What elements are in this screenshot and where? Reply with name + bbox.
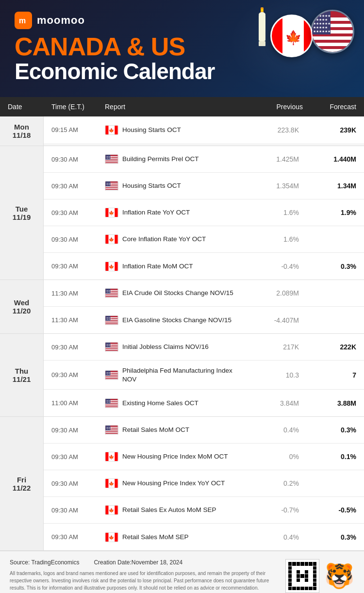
event-forecast: 7 [303, 371, 356, 379]
report-text: Housing Starts OCT [122, 126, 181, 134]
svg-rect-98 [105, 403, 117, 404]
candle-decoration [250, 7, 274, 51]
svg-rect-49 [115, 208, 117, 217]
svg-text:★★★: ★★★ [106, 428, 112, 430]
report-text: Philadelphia Fed Manufacturing Index NOV [122, 366, 246, 383]
svg-rect-113 [105, 452, 108, 461]
event-report: 🍁 Retail Sales MoM SEP [105, 532, 249, 542]
table-body: Mon 11/18 09:15 AM 🍁 Housing Starts OCT … [0, 116, 364, 551]
day-name: Tue [16, 205, 28, 213]
svg-text:★★★: ★★★ [106, 157, 112, 159]
event-previous: 0% [249, 453, 303, 461]
event-forecast: 0.3% [303, 426, 356, 434]
event-time: 09:30 AM [51, 236, 105, 243]
report-text: Inflation Rate MoM OCT [122, 262, 193, 271]
event-time: 09:30 AM [51, 156, 105, 163]
svg-rect-47 [105, 208, 108, 217]
event-previous: -0.4% [249, 263, 303, 270]
event-row-4-4: 09:30 AM 🍁 Retail Sales MoM SEP 0.4% 0.3… [44, 524, 364, 550]
event-row-3-1: 09:30 AM ★★★ ★★★ Philadelphia Fed Manufa… [44, 361, 364, 390]
event-row-3-2: 11:00 AM ★★★ ★★★ Existing Home Sales OCT… [44, 390, 364, 416]
col-time: Time (E.T.) [51, 103, 105, 111]
event-report: 🍁 New Housing Price Index MoM OCT [105, 452, 249, 461]
table-header: Date Time (E.T.) Report Previous Forecas… [0, 97, 364, 116]
event-report: ★★★ ★★★ Retail Sales MoM OCT [105, 425, 249, 435]
svg-rect-55 [105, 262, 108, 271]
event-report: ★★★ ★★★ Initial Jobless Claims NOV/16 [105, 342, 249, 352]
svg-rect-82 [105, 351, 117, 351]
day-name: Mon [14, 123, 29, 131]
qr-code [285, 559, 319, 593]
event-forecast: 1.34M [303, 182, 356, 190]
svg-text:🍁: 🍁 [109, 534, 115, 540]
svg-rect-109 [105, 434, 117, 434]
event-report: 🍁 Inflation Rate YoY OCT [105, 208, 249, 217]
event-row-4-0: 09:30 AM ★★★ ★★★ Retail Sales MoM OCT 0.… [44, 417, 364, 444]
event-forecast: 0.3% [303, 263, 356, 270]
svg-text:🍁: 🍁 [109, 454, 115, 460]
day-row-4: Fri 11/22 09:30 AM ★★★ ★★★ Retail Sales … [0, 417, 364, 550]
event-forecast: 0.1% [303, 453, 356, 461]
day-row-1: Tue 11/19 09:30 AM ★★★ ★★★ Building Perm… [0, 146, 364, 280]
svg-text:★★★: ★★★ [106, 401, 112, 403]
col-forecast: Forecast [303, 103, 356, 111]
event-report: ★★★ ★★★ EIA Gasoline Stocks Change NOV/1… [105, 315, 249, 325]
svg-rect-108 [105, 432, 117, 433]
svg-rect-4 [259, 41, 265, 46]
event-time: 09:30 AM [51, 480, 105, 487]
col-report: Report [105, 103, 249, 111]
event-previous: 223.8K [249, 126, 303, 134]
svg-rect-3 [259, 15, 265, 41]
event-previous: -0.7% [249, 506, 303, 514]
day-name: Wed [14, 298, 29, 307]
logo-text: moomoo [37, 14, 85, 27]
svg-rect-51 [105, 235, 108, 244]
us-flag-circle: ★★★★★★ ★★★★★ ★★★★★★ ★★★★★ ★★★★★★ [311, 10, 354, 53]
svg-text:★★★★★★: ★★★★★★ [313, 22, 331, 25]
event-report: 🍁 Inflation Rate MoM OCT [105, 262, 249, 271]
footer-disclaimer: All trademarks, logos and brand names me… [10, 570, 276, 592]
event-row-1-0: 09:30 AM ★★★ ★★★ Building Permits Prel O… [44, 146, 364, 173]
footer-source-row: Source: TradingEconomics Creation Date:N… [10, 559, 276, 566]
event-previous: 1.354M [249, 182, 303, 190]
svg-rect-17 [312, 43, 354, 46]
event-report: ★★★ ★★★ EIA Crude Oil Stocks Change NOV/… [105, 288, 249, 298]
event-report: ★★★ ★★★ Philadelphia Fed Manufacturing I… [105, 366, 249, 383]
event-report: 🍁 Retail Sales Ex Autos MoM SEP [105, 505, 249, 515]
event-row-4-2: 09:30 AM 🍁 New Housing Price Index YoY O… [44, 470, 364, 497]
event-forecast: -0.5% [303, 506, 356, 514]
day-events-4: 09:30 AM ★★★ ★★★ Retail Sales MoM OCT 0.… [44, 417, 364, 550]
event-previous: 217K [249, 343, 303, 351]
report-text: Housing Starts OCT [122, 181, 181, 190]
svg-rect-81 [105, 349, 117, 350]
event-time: 09:30 AM [51, 427, 105, 434]
svg-text:★★★★★★: ★★★★★★ [313, 30, 331, 33]
svg-rect-57 [115, 262, 117, 271]
report-text: Inflation Rate YoY OCT [122, 208, 190, 217]
svg-rect-91 [105, 379, 117, 379]
day-date: 11/20 [13, 307, 31, 315]
svg-rect-117 [105, 479, 108, 488]
svg-rect-89 [105, 375, 117, 376]
svg-text:★★★★★: ★★★★★ [313, 26, 328, 29]
event-time: 09:30 AM [51, 371, 105, 379]
event-forecast: 222K [303, 343, 356, 351]
day-cell-4: Fri 11/22 [0, 417, 44, 550]
svg-text:★★★: ★★★ [106, 318, 112, 320]
day-date: 11/22 [13, 484, 31, 492]
svg-text:★★★: ★★★ [106, 184, 112, 186]
event-report: 🍁 New Housing Price Index YoY OCT [105, 478, 249, 488]
svg-rect-25 [105, 126, 108, 134]
day-events-3: 09:30 AM ★★★ ★★★ Initial Jobless Claims … [44, 334, 364, 416]
svg-text:🍁: 🍁 [109, 127, 115, 133]
event-row-2-0: 11:30 AM ★★★ ★★★ EIA Crude Oil Stocks Ch… [44, 280, 364, 307]
footer-text: Source: TradingEconomics Creation Date:N… [10, 559, 276, 592]
event-previous: 0.4% [249, 533, 303, 541]
svg-text:🍁: 🍁 [109, 237, 115, 243]
day-name: Fri [17, 476, 26, 484]
event-previous: 2.089M [249, 289, 303, 297]
mascot-character: 🐯 [324, 564, 354, 588]
day-name: Thu [15, 367, 29, 375]
svg-point-7 [261, 9, 263, 12]
event-time: 11:00 AM [51, 399, 105, 407]
